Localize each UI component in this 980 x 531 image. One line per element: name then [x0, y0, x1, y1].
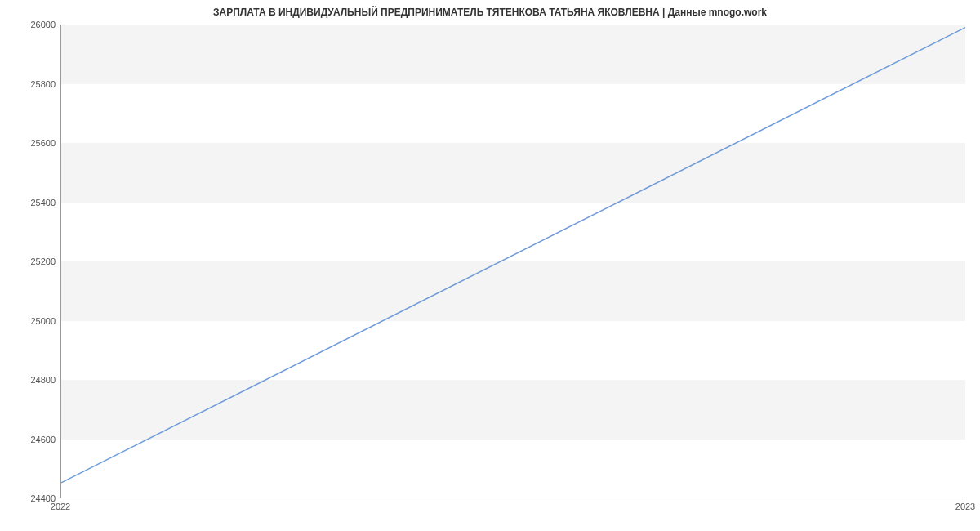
- y-tick-label: 25800: [7, 79, 56, 89]
- plot-area: [60, 25, 965, 498]
- y-tick-label: 24400: [7, 493, 56, 503]
- x-tick-label: 2023: [956, 502, 975, 511]
- x-tick-label: 2022: [51, 502, 70, 511]
- chart-svg: [61, 25, 965, 498]
- y-tick-label: 25400: [7, 198, 56, 207]
- y-tick-label: 25600: [7, 138, 56, 148]
- y-tick-label: 24800: [7, 375, 56, 385]
- y-tick-label: 25000: [7, 316, 56, 326]
- data-line: [61, 28, 965, 483]
- chart-title: ЗАРПЛАТА В ИНДИВИДУАЛЬНЫЙ ПРЕДПРИНИМАТЕЛ…: [0, 7, 980, 18]
- y-tick-label: 25200: [7, 257, 56, 266]
- y-tick-label: 26000: [7, 20, 56, 29]
- y-tick-label: 24600: [7, 435, 56, 444]
